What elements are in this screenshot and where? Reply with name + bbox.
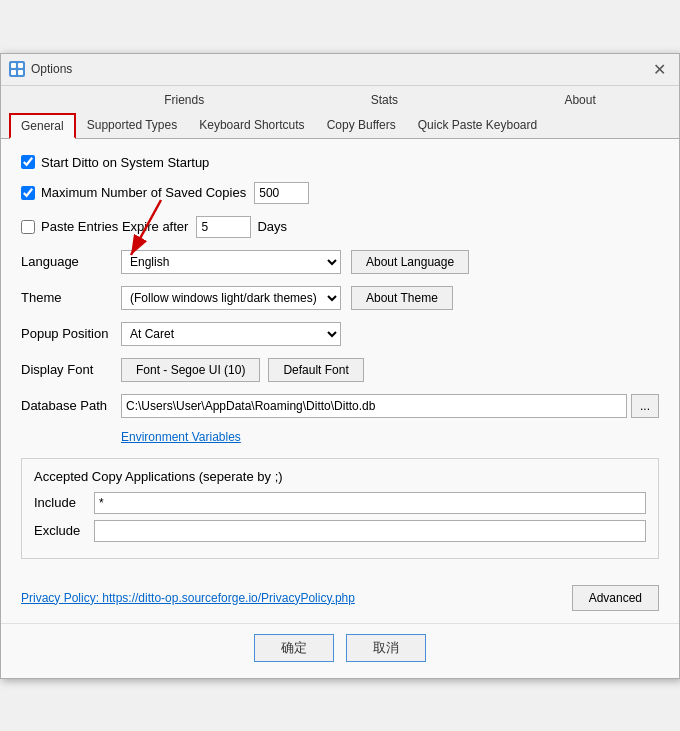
tab-general[interactable]: General <box>9 113 76 139</box>
max-copies-checkbox[interactable] <box>21 186 35 200</box>
title-bar-left: Options <box>9 61 72 77</box>
theme-row: Theme (Follow windows light/dark themes)… <box>21 286 659 310</box>
popup-label: Popup Position <box>21 326 121 341</box>
tab-quick-paste[interactable]: Quick Paste Keyboard <box>407 113 548 139</box>
svg-rect-0 <box>11 63 16 68</box>
exclude-row: Exclude <box>34 520 646 542</box>
app-icon <box>9 61 25 77</box>
tab-about[interactable]: About <box>544 90 615 110</box>
display-font-label: Display Font <box>21 362 121 377</box>
tab-friends[interactable]: Friends <box>144 90 224 110</box>
copy-apps-section: Accepted Copy Applications (seperate by … <box>21 458 659 559</box>
theme-label: Theme <box>21 290 121 305</box>
options-window: Options ✕ Friends Stats About General Su… <box>0 53 680 679</box>
db-browse-button[interactable]: ... <box>631 394 659 418</box>
include-row: Include <box>34 492 646 514</box>
exclude-label: Exclude <box>34 523 94 538</box>
days-label: Days <box>257 219 287 234</box>
privacy-policy-link[interactable]: Privacy Policy: https://ditto-op.sourcef… <box>21 591 355 605</box>
db-path-label: Database Path <box>21 398 121 413</box>
default-font-button[interactable]: Default Font <box>268 358 363 382</box>
db-path-input[interactable] <box>121 394 627 418</box>
font-group: Font - Segoe UI (10) Default Font <box>121 358 364 382</box>
top-tabs-row: Friends Stats About <box>1 86 679 110</box>
svg-rect-3 <box>18 70 23 75</box>
dialog-buttons: 确定 取消 <box>1 623 679 678</box>
env-variables-link[interactable]: Environment Variables <box>121 430 659 444</box>
startup-label: Start Ditto on System Startup <box>41 155 209 170</box>
max-copies-label[interactable]: Maximum Number of Saved Copies <box>21 185 246 200</box>
content-area: Start Ditto on System Startup Maximum Nu… <box>1 139 679 575</box>
tabs-wrapper: Friends Stats About General Supported Ty… <box>1 86 679 139</box>
expire-row: Paste Entries Expire after Days <box>21 216 659 238</box>
close-button[interactable]: ✕ <box>647 57 671 81</box>
max-copies-text: Maximum Number of Saved Copies <box>41 185 246 200</box>
startup-row: Start Ditto on System Startup <box>21 155 659 170</box>
expire-input[interactable] <box>196 216 251 238</box>
expire-text: Paste Entries Expire after <box>41 219 188 234</box>
footer: Privacy Policy: https://ditto-op.sourcef… <box>1 575 679 623</box>
cancel-button[interactable]: 取消 <box>346 634 426 662</box>
include-input[interactable] <box>94 492 646 514</box>
svg-rect-2 <box>11 70 16 75</box>
exclude-input[interactable] <box>94 520 646 542</box>
language-label: Language <box>21 254 121 269</box>
about-theme-button[interactable]: About Theme <box>351 286 453 310</box>
about-language-button[interactable]: About Language <box>351 250 469 274</box>
tab-copy-buffers[interactable]: Copy Buffers <box>316 113 407 139</box>
title-bar: Options ✕ <box>1 54 679 86</box>
language-select[interactable]: English French German <box>121 250 341 274</box>
popup-position-row: Popup Position At Caret At Mouse Fixed P… <box>21 322 659 346</box>
theme-select[interactable]: (Follow windows light/dark themes) Light… <box>121 286 341 310</box>
svg-rect-1 <box>18 63 23 68</box>
bottom-tabs-row: General Supported Types Keyboard Shortcu… <box>1 112 679 139</box>
max-copies-row: Maximum Number of Saved Copies <box>21 182 659 204</box>
tab-keyboard-shortcuts[interactable]: Keyboard Shortcuts <box>188 113 315 139</box>
popup-select[interactable]: At Caret At Mouse Fixed Position <box>121 322 341 346</box>
display-font-row: Display Font Font - Segoe UI (10) Defaul… <box>21 358 659 382</box>
db-path-row: Database Path ... <box>21 394 659 418</box>
include-label: Include <box>34 495 94 510</box>
ok-button[interactable]: 确定 <box>254 634 334 662</box>
startup-checkbox[interactable] <box>21 155 35 169</box>
window-title: Options <box>31 62 72 76</box>
expire-checkbox[interactable] <box>21 220 35 234</box>
language-row: Language English French German About Lan… <box>21 250 659 274</box>
startup-checkbox-label[interactable]: Start Ditto on System Startup <box>21 155 209 170</box>
advanced-button[interactable]: Advanced <box>572 585 659 611</box>
font-select-button[interactable]: Font - Segoe UI (10) <box>121 358 260 382</box>
max-copies-input[interactable] <box>254 182 309 204</box>
tab-stats[interactable]: Stats <box>351 90 418 110</box>
tab-supported-types[interactable]: Supported Types <box>76 113 189 139</box>
copy-apps-title: Accepted Copy Applications (seperate by … <box>34 469 646 484</box>
expire-label[interactable]: Paste Entries Expire after <box>21 219 188 234</box>
